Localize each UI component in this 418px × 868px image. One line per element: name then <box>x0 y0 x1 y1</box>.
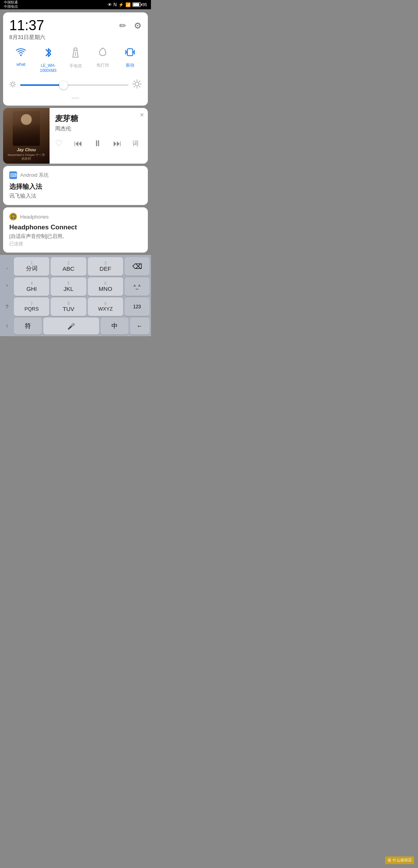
headphones-app-name: Headphones <box>20 214 49 220</box>
kb-question-key[interactable]: ? <box>2 297 12 316</box>
svg-line-14 <box>14 86 15 87</box>
svg-line-25 <box>134 86 135 87</box>
qs-header: 11:37 8月31日星期六 ✏ ⚙ <box>9 19 142 41</box>
kb-text-5: JKL <box>63 285 74 292</box>
next-button[interactable]: ⏭ <box>113 138 122 149</box>
kb-key-2[interactable]: 2 ABC <box>51 257 86 276</box>
kb-fu-key[interactable]: 符 <box>14 318 42 335</box>
kb-text-7: PQRS <box>24 306 39 312</box>
kb-text-6: MNO <box>99 285 112 292</box>
android-notif-body: 讯飞输入法 <box>9 193 142 200</box>
bluetooth-toggle[interactable]: LE_WH-1000XM3 <box>37 47 60 73</box>
fu-text: 符 <box>25 322 31 330</box>
android-notif-title: 选择输入法 <box>9 182 142 191</box>
vibrate-icon <box>125 47 135 60</box>
kb-key-1[interactable]: 1 分词 <box>14 257 49 276</box>
kb-key-5[interactable]: 5 JKL <box>51 277 86 296</box>
svg-rect-3 <box>127 49 133 56</box>
kb-emoticon-key[interactable]: ^_^ <box>125 277 149 296</box>
kb-enter-key[interactable]: ← <box>130 318 149 335</box>
emoticon-text: ^_^ <box>134 284 140 289</box>
headphones-app-icon: 🎧 <box>9 213 17 220</box>
kb-num-7: 7 <box>31 302 33 306</box>
kb-key-3[interactable]: 3 DEF <box>88 257 123 276</box>
kb-text-3: DEF <box>99 265 111 272</box>
chinese-text: 中 <box>111 322 118 330</box>
drag-handle: — <box>9 96 142 99</box>
carrier-info: 中国联通 中国电信 <box>4 0 18 9</box>
eye-icon: 👁 <box>108 2 112 7</box>
vibrate-toggle[interactable]: 振动 <box>118 47 142 73</box>
brightness-thumb[interactable] <box>59 81 68 89</box>
flashlight-toggle[interactable]: 手电筒 <box>64 47 87 73</box>
qs-date: 8月31日星期六 <box>9 34 45 41</box>
dnd-label: 免打扰 <box>96 62 109 68</box>
wifi-toggle[interactable]: what <box>9 47 33 73</box>
bluetooth-label: LE_WH-1000XM3 <box>37 63 60 73</box>
qs-header-icons: ✏ ⚙ <box>119 19 142 31</box>
dnd-icon <box>98 47 108 60</box>
music-notification: Jay Chou November's Chopin 十一月的肖邦 × 麦芽糖 … <box>3 108 148 164</box>
kb-exclaim-key[interactable]: ! <box>2 318 12 335</box>
brightness-row <box>9 79 142 91</box>
kb-text-9: WXYZ <box>98 306 113 312</box>
svg-point-8 <box>11 83 14 86</box>
pause-button[interactable]: ⏸ <box>93 138 102 149</box>
music-close-button[interactable]: × <box>140 111 144 119</box>
android-app-icon: ⌨ <box>9 171 17 179</box>
bluetooth-status-icon: ⚡ <box>118 2 124 7</box>
kb-key-8[interactable]: 8 TUV <box>51 297 86 316</box>
album-art: Jay Chou November's Chopin 十一月的肖邦 <box>3 108 50 164</box>
kb-key-7[interactable]: 7 PQRS <box>14 297 49 316</box>
svg-line-24 <box>139 81 140 82</box>
kb-comma-key[interactable]: , <box>2 257 12 276</box>
dnd-toggle[interactable]: 免打扰 <box>91 47 115 73</box>
headphones-notif-body: [自适应声音控制]已启用。 <box>9 233 142 240</box>
settings-icon[interactable]: ⚙ <box>134 21 142 31</box>
svg-line-15 <box>14 82 15 83</box>
vibrate-label: 振动 <box>126 62 134 68</box>
kb-degree-key[interactable]: ° <box>2 277 12 296</box>
svg-line-13 <box>11 82 12 83</box>
delete-icon: ⌫ <box>132 262 142 271</box>
enter-icon: ← <box>137 323 143 330</box>
headphones-notif-content: 🎧 Headphones Headphones Connect [自适应声音控制… <box>3 207 148 253</box>
kb-text-2: ABC <box>63 265 75 272</box>
kb-chinese-key[interactable]: 中 <box>101 318 128 335</box>
keyboard: , 1 分词 2 ABC 3 DEF ⌫ ° 4 GHI 5 JKL 6 MNO <box>0 255 151 336</box>
headphones-notif-title: Headphones Connect <box>9 224 142 231</box>
kb-123-key[interactable]: 123 <box>125 297 149 316</box>
edit-icon[interactable]: ✏ <box>119 21 126 31</box>
kb-key-4[interactable]: 4 GHI <box>14 277 49 296</box>
battery-fill <box>133 3 139 6</box>
kb-num-8: 8 <box>67 302 70 306</box>
svg-point-17 <box>135 82 139 86</box>
kb-key-9[interactable]: 9 WXYZ <box>88 297 123 316</box>
kb-key-6[interactable]: 6 MNO <box>88 277 123 296</box>
album-artist-text: Jay Chou <box>6 147 46 152</box>
status-right: 👁 N ⚡ 📶 95 <box>108 2 147 7</box>
svg-line-22 <box>134 81 135 82</box>
kb-space-key[interactable]: 🎤 <box>43 318 99 335</box>
kb-delete-key[interactable]: ⌫ <box>125 257 149 276</box>
brightness-slider[interactable] <box>20 84 128 86</box>
notif-header: ⌨ Android 系统 <box>9 171 142 179</box>
kb-num-5: 5 <box>67 282 70 285</box>
battery-indicator <box>132 2 141 7</box>
music-notif-content: Jay Chou November's Chopin 十一月的肖邦 × 麦芽糖 … <box>3 108 148 164</box>
headphones-header: 🎧 Headphones <box>9 213 142 220</box>
lyrics-button[interactable]: 词 <box>132 140 139 148</box>
android-notif-content: ⌨ Android 系统 选择输入法 讯飞输入法 <box>3 166 148 205</box>
prev-button[interactable]: ⏮ <box>74 138 82 149</box>
kb-num-3: 3 <box>104 261 107 265</box>
kb-num-9: 9 <box>104 302 107 306</box>
android-system-notification: ⌨ Android 系统 选择输入法 讯飞输入法 <box>3 166 148 205</box>
like-button[interactable]: ♡ <box>55 138 63 149</box>
music-title: 麦芽糖 <box>55 113 142 124</box>
kb-num-6: 6 <box>104 282 107 285</box>
kb-num-2: 2 <box>67 261 70 265</box>
wifi-label: what <box>16 62 25 67</box>
brightness-low-icon <box>9 81 16 90</box>
headphones-notif-sub: 已连接 <box>9 241 142 247</box>
album-subtitle-text: November's Chopin 十一月的肖邦 <box>6 153 46 161</box>
